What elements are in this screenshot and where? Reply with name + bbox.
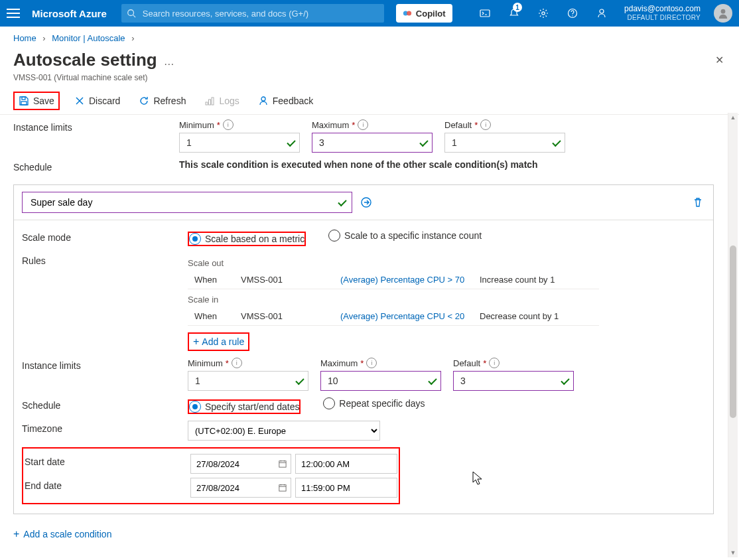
feedback-button[interactable]: Feedback: [254, 93, 317, 109]
schedule-repeat-radio[interactable]: Repeat specific days: [323, 397, 425, 409]
schedule-text: This scale condition is executed when no…: [179, 159, 714, 170]
scrollbar-thumb[interactable]: [730, 245, 736, 418]
svg-line-1: [133, 15, 135, 18]
feedback-top-icon[interactable]: [591, 0, 612, 27]
user-block[interactable]: pdavis@contoso.com DEFAULT DIRECTORY: [624, 4, 701, 23]
svg-point-17: [261, 97, 265, 101]
condition-name-input[interactable]: [22, 192, 352, 213]
cond-minimum-input[interactable]: [188, 371, 308, 391]
scale-mode-metric-radio[interactable]: Scale based on a metric: [188, 232, 306, 246]
info-icon[interactable]: i: [480, 119, 491, 130]
add-rule-button[interactable]: Add a rule: [188, 332, 249, 351]
timezone-label: Timezone: [22, 421, 188, 434]
svg-point-9: [721, 9, 726, 14]
avatar[interactable]: [714, 4, 732, 23]
instance-limits-label: Instance limits: [22, 358, 188, 371]
logs-button[interactable]: Logs: [200, 93, 243, 109]
instance-limits-label: Instance limits: [13, 119, 179, 133]
settings-gear-icon[interactable]: [533, 0, 554, 27]
notifications-icon[interactable]: 1: [504, 0, 525, 27]
scale-mode-count-radio[interactable]: Scale to a specific instance count: [328, 230, 482, 242]
info-icon[interactable]: i: [366, 358, 377, 368]
info-icon[interactable]: i: [223, 119, 234, 130]
svg-point-5: [542, 12, 545, 15]
svg-rect-15: [209, 100, 211, 105]
refresh-button[interactable]: Refresh: [135, 93, 190, 109]
svg-rect-23: [279, 485, 286, 491]
svg-point-8: [600, 9, 604, 13]
page-subtitle: VMSS-001 (Virtual machine scale set): [0, 73, 739, 88]
cloud-shell-icon[interactable]: [474, 0, 496, 27]
search-icon: [127, 9, 136, 18]
scale-in-heading: Scale in: [188, 295, 705, 305]
schedule-label: Schedule: [13, 159, 179, 173]
plus-icon: [193, 336, 199, 347]
close-blade-icon[interactable]: ✕: [712, 54, 726, 66]
svg-point-0: [128, 10, 134, 16]
save-button[interactable]: Save: [13, 92, 60, 110]
user-email: pdavis@contoso.com: [624, 4, 701, 13]
timezone-select[interactable]: (UTC+02:00) E. Europe: [188, 421, 380, 441]
global-search[interactable]: [121, 4, 384, 23]
svg-rect-16: [212, 98, 214, 105]
help-icon[interactable]: [562, 0, 583, 27]
scale-out-heading: Scale out: [188, 258, 705, 268]
check-icon: [553, 137, 561, 148]
breadcrumb: Home › Monitor | Autoscale ›: [0, 27, 739, 46]
more-actions-icon[interactable]: …: [164, 56, 174, 68]
page-title: Autoscale setting: [13, 50, 157, 70]
plus-icon: [13, 529, 19, 539]
toolbar: Save Discard Refresh Logs Feedback: [0, 88, 739, 115]
end-date-input[interactable]: [190, 478, 291, 498]
scroll-down-icon[interactable]: ▼: [728, 548, 738, 557]
info-icon[interactable]: i: [358, 119, 368, 130]
start-date-label: Start date: [25, 454, 190, 467]
add-scale-condition-button[interactable]: Add a scale condition: [13, 526, 111, 542]
end-time-input[interactable]: [295, 478, 397, 498]
rule-row: When VMSS-001 (Average) Percentage CPU >…: [188, 271, 599, 289]
check-icon: [561, 376, 569, 386]
copilot-icon: [403, 9, 412, 18]
start-time-input[interactable]: [295, 454, 397, 474]
azure-topbar: Microsoft Azure Copilot 1 pdavis@contoso…: [0, 0, 739, 27]
calendar-icon: [279, 459, 287, 468]
check-icon: [420, 137, 428, 148]
info-icon[interactable]: i: [489, 358, 500, 368]
svg-point-3: [407, 11, 411, 16]
cond-schedule-label: Schedule: [22, 397, 188, 411]
user-directory: DEFAULT DIRECTORY: [624, 13, 701, 23]
notification-badge: 1: [513, 3, 522, 12]
rule-condition-link[interactable]: (Average) Percentage CPU > 70: [340, 271, 480, 289]
svg-rect-10: [22, 97, 25, 100]
check-icon: [296, 376, 304, 386]
crumb-home[interactable]: Home: [13, 33, 36, 43]
discard-button[interactable]: Discard: [70, 93, 124, 109]
end-date-label: End date: [25, 478, 190, 491]
maximum-input[interactable]: [312, 133, 433, 153]
svg-rect-4: [480, 10, 490, 17]
cond-maximum-input[interactable]: [320, 371, 441, 391]
start-date-input[interactable]: [190, 454, 291, 474]
content-area: Instance limits Minimum * i Maximum * i …: [0, 113, 727, 560]
scale-condition-card: Scale mode Scale based on a metric Scale…: [13, 184, 714, 514]
rule-row: When VMSS-001 (Average) Percentage CPU <…: [188, 307, 599, 326]
delete-condition-icon[interactable]: [691, 195, 705, 210]
default-input[interactable]: [444, 133, 565, 153]
search-input[interactable]: [141, 8, 379, 19]
autoscale-nav-icon[interactable]: [359, 195, 373, 210]
minimum-input[interactable]: [179, 133, 300, 153]
check-icon: [338, 197, 346, 208]
svg-rect-14: [206, 102, 208, 105]
rule-condition-link[interactable]: (Average) Percentage CPU < 20: [340, 307, 480, 326]
check-icon: [429, 376, 437, 386]
crumb-monitor[interactable]: Monitor | Autoscale: [52, 33, 125, 43]
scroll-up-icon[interactable]: ▲: [728, 113, 738, 122]
schedule-specify-radio[interactable]: Specify start/end dates: [188, 399, 301, 414]
rules-label: Rules: [22, 253, 188, 266]
hamburger-icon[interactable]: [7, 9, 20, 18]
scrollbar[interactable]: ▲ ▼: [728, 113, 738, 557]
cond-default-input[interactable]: [453, 371, 574, 391]
brand[interactable]: Microsoft Azure: [32, 8, 107, 19]
copilot-button[interactable]: Copilot: [396, 4, 452, 23]
info-icon[interactable]: i: [232, 358, 242, 368]
